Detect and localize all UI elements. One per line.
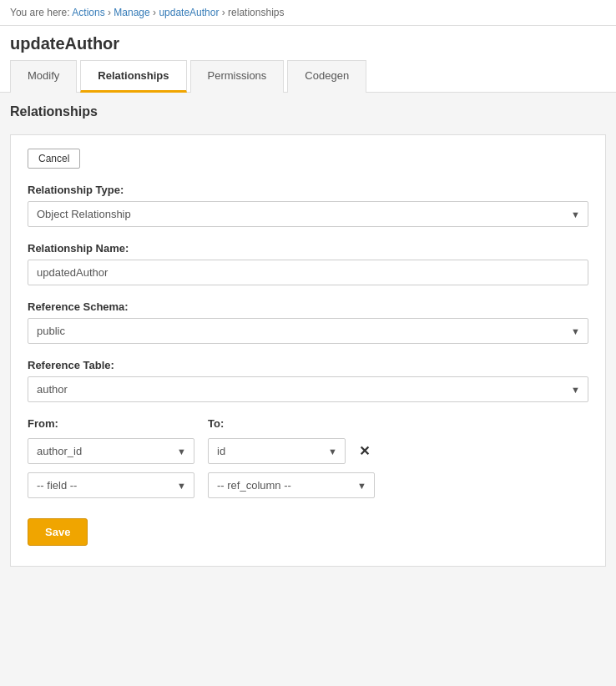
to-field1-select-wrapper: id — [208, 438, 346, 464]
reference-table-group: Reference Table: author — [28, 359, 588, 402]
from-field2-select-wrapper: -- field -- — [28, 472, 194, 498]
to-field2-select-wrapper: -- ref_column -- — [208, 472, 375, 498]
tab-relationships[interactable]: Relationships — [80, 60, 186, 93]
from-field2-select[interactable]: -- field -- — [28, 472, 194, 498]
breadcrumb: You are here: Actions › Manage › updateA… — [0, 0, 616, 26]
relationship-name-group: Relationship Name: — [28, 242, 588, 285]
breadcrumb-link-updateauthor[interactable]: updateAuthor — [159, 7, 219, 18]
save-button[interactable]: Save — [28, 518, 88, 546]
reference-table-select[interactable]: author — [28, 376, 588, 402]
reference-schema-select-wrapper: public — [28, 318, 588, 344]
from-field1-select[interactable]: author_id — [28, 438, 194, 464]
to-field1-row: id ✕ — [208, 438, 375, 464]
relationship-type-select[interactable]: Object Relationship Array Relationship — [28, 201, 588, 227]
tab-codegen[interactable]: Codegen — [287, 60, 366, 93]
section-title: Relationships — [0, 93, 616, 128]
save-button-row: Save — [28, 498, 588, 546]
reference-table-select-wrapper: author — [28, 376, 588, 402]
to-label: To: — [208, 417, 375, 430]
tabs-container: Modify Relationships Permissions Codegen — [0, 60, 616, 93]
from-to-row: From: author_id -- field -- To: — [28, 417, 588, 498]
relationship-name-input[interactable] — [28, 260, 588, 285]
main-content: Cancel Relationship Type: Object Relatio… — [0, 128, 616, 583]
relationship-name-label: Relationship Name: — [28, 242, 588, 255]
relationship-type-group: Relationship Type: Object Relationship A… — [28, 184, 588, 227]
breadcrumb-current: relationships — [228, 7, 284, 18]
to-field2-select[interactable]: -- ref_column -- — [208, 472, 375, 498]
from-label: From: — [28, 417, 194, 430]
to-column: To: id ✕ -- ref_column -- — [208, 417, 375, 498]
reference-schema-group: Reference Schema: public — [28, 300, 588, 344]
from-column: From: author_id -- field -- — [28, 417, 194, 498]
remove-field1-button[interactable]: ✕ — [354, 440, 375, 462]
to-field2-row: -- ref_column -- — [208, 472, 375, 498]
relationship-type-label: Relationship Type: — [28, 184, 588, 196]
page-title: updateAuthor — [0, 26, 616, 60]
to-field1-select[interactable]: id — [208, 438, 346, 464]
tab-modify[interactable]: Modify — [10, 60, 77, 93]
x-icon: ✕ — [359, 443, 370, 459]
relationship-type-select-wrapper: Object Relationship Array Relationship — [28, 201, 588, 227]
cancel-button[interactable]: Cancel — [28, 149, 80, 169]
breadcrumb-link-manage[interactable]: Manage — [114, 7, 149, 18]
reference-schema-label: Reference Schema: — [28, 300, 588, 313]
breadcrumb-prefix: You are here: — [10, 7, 70, 18]
from-field1-select-wrapper: author_id — [28, 438, 194, 464]
tab-permissions[interactable]: Permissions — [190, 60, 285, 93]
breadcrumb-link-actions[interactable]: Actions — [72, 7, 104, 18]
reference-table-label: Reference Table: — [28, 359, 588, 371]
reference-schema-select[interactable]: public — [28, 318, 588, 344]
form-card: Cancel Relationship Type: Object Relatio… — [10, 134, 606, 567]
